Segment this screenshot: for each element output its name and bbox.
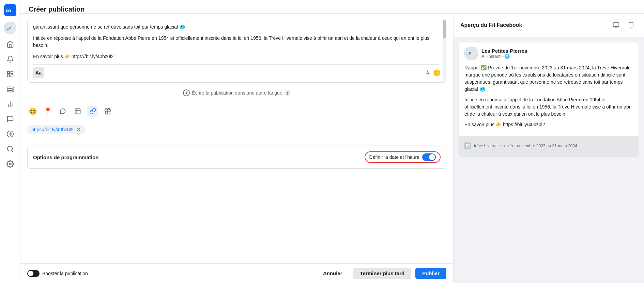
svg-rect-6	[7, 75, 9, 77]
post-text-container: garantissant que personne ne se retrouve…	[27, 19, 446, 83]
preview-card-header: LP Les Petites Pierres À l'instant · 🌐	[459, 43, 639, 64]
link-toolbar-btn[interactable]	[87, 106, 98, 117]
preview-page-name: Les Petites Pierres	[481, 48, 527, 54]
divider-1	[27, 140, 446, 140]
language-option-label: Écrire la publication dans une autre lan…	[192, 90, 282, 96]
meta-logo: ∞	[4, 4, 16, 16]
mobile-view-button[interactable]	[625, 19, 637, 31]
svg-rect-7	[11, 75, 13, 77]
editor-format-actions: # 🙂	[426, 68, 441, 78]
post-line-1: garantissant que personne ne se retrouve…	[33, 23, 436, 31]
schedule-toggle-group[interactable]: Définir la date et l'heure	[365, 151, 441, 163]
bottom-bar: Booster la publication Annuler Terminer …	[20, 263, 453, 283]
svg-text:LP: LP	[466, 52, 471, 56]
preview-text-1: Rappel ✅ Prévue du 1er novembre 2023 au …	[464, 64, 633, 93]
preview-card-body: Rappel ✅ Prévue du 1er novembre 2023 au …	[459, 64, 639, 136]
sidebar-item-chart[interactable]	[4, 98, 16, 110]
svg-point-17	[9, 163, 11, 165]
svg-rect-10	[7, 91, 13, 92]
sidebar: ∞ LP	[0, 0, 20, 283]
sidebar-item-search[interactable]	[4, 143, 16, 155]
content-wrapper: garantissant que personne ne se retrouve…	[20, 14, 644, 283]
page-header: Créer publication	[20, 0, 644, 14]
preview-card: LP Les Petites Pierres À l'instant · 🌐 R…	[459, 43, 639, 156]
format-text-button[interactable]: Aa	[33, 67, 44, 78]
schedule-toggle-knob	[429, 154, 435, 160]
hashtag-icon[interactable]: #	[426, 68, 430, 78]
boost-label: Booster la publication	[42, 271, 88, 276]
sidebar-item-grid[interactable]	[4, 68, 16, 80]
preview-header: Aperçu du Fil Facebook	[454, 14, 644, 37]
options-title: Options de programmation	[33, 154, 99, 160]
page-avatar[interactable]: LP	[4, 22, 16, 34]
url-chip-container: https://bit.ly/40bz0l2 ✕	[27, 123, 446, 134]
sidebar-item-messages[interactable]	[4, 113, 16, 125]
desktop-view-button[interactable]	[610, 19, 622, 31]
svg-rect-4	[7, 71, 9, 73]
language-option[interactable]: + Écrire la publication dans une autre l…	[27, 87, 446, 99]
gift-toolbar-btn[interactable]	[102, 106, 113, 117]
right-panel: Aperçu du Fil Facebook	[453, 14, 644, 283]
editor-section: garantissant que personne ne se retrouve…	[20, 14, 453, 283]
ai-toolbar-btn[interactable]	[72, 106, 83, 117]
preview-image-icon: 🖼	[464, 143, 471, 149]
preview-content: LP Les Petites Pierres À l'instant · 🌐 R…	[454, 37, 644, 283]
messenger-toolbar-btn[interactable]	[57, 106, 68, 117]
emoji-picker-icon[interactable]: 🙂	[433, 68, 441, 78]
svg-rect-5	[11, 71, 13, 73]
svg-line-16	[12, 150, 13, 152]
preview-page-meta: À l'instant · 🌐	[481, 54, 527, 59]
url-chip-text: https://bit.ly/40bz0l2	[31, 127, 74, 132]
svg-rect-20	[613, 23, 619, 27]
sidebar-item-home[interactable]	[4, 38, 16, 50]
action-toolbar: 😊 📍	[27, 103, 446, 119]
sidebar-item-money[interactable]	[4, 128, 16, 140]
emoji-toolbar-btn[interactable]: 😊	[27, 106, 38, 117]
boost-toggle-knob	[28, 271, 33, 276]
url-chip-close[interactable]: ✕	[76, 127, 81, 132]
scrollbar-thumb[interactable]	[443, 20, 446, 38]
editor-bottom-toolbar: Aa # 🙂	[33, 64, 441, 78]
page-title: Créer publication	[29, 5, 636, 13]
preview-text-3: En savoir plus 👉 https://bit.ly/40bz0l2	[464, 121, 633, 128]
svg-rect-8	[7, 87, 13, 88]
sidebar-item-settings[interactable]	[4, 158, 16, 170]
location-toolbar-btn[interactable]: 📍	[42, 106, 53, 117]
post-line-3: En savoir plus 👉 https://bit.ly/40bz0l2	[33, 53, 436, 60]
preview-text-2: Initiée en réponse à l'appel de la Fonda…	[464, 96, 633, 118]
svg-text:LP: LP	[6, 27, 11, 30]
svg-rect-9	[7, 89, 13, 90]
svg-text:∞: ∞	[6, 6, 11, 15]
preview-page-info: Les Petites Pierres À l'instant · 🌐	[481, 48, 527, 59]
cancel-button[interactable]: Annuler	[316, 268, 349, 279]
boost-toggle: Booster la publication	[27, 270, 88, 277]
add-language-icon: +	[183, 89, 190, 96]
schedule-toggle-switch[interactable]	[422, 153, 436, 161]
language-info-icon: i	[285, 90, 291, 96]
editor-scroll: garantissant que personne ne se retrouve…	[20, 14, 453, 263]
sidebar-item-layers[interactable]	[4, 83, 16, 95]
preview-meta-text: À l'instant · 🌐	[481, 54, 510, 59]
boost-toggle-switch[interactable]	[27, 270, 40, 277]
device-buttons	[610, 19, 637, 31]
preview-title: Aperçu du Fil Facebook	[460, 22, 522, 28]
options-section: Options de programmation Définir la date…	[27, 146, 446, 169]
url-chip: https://bit.ly/40bz0l2 ✕	[27, 125, 85, 134]
svg-rect-23	[629, 22, 633, 28]
schedule-toggle-label: Définir la date et l'heure	[369, 154, 419, 160]
scrollbar-track[interactable]	[443, 19, 446, 82]
options-header: Options de programmation Définir la date…	[33, 151, 441, 163]
preview-page-avatar: LP	[464, 47, 478, 60]
post-text-content: garantissant que personne ne se retrouve…	[33, 23, 441, 60]
finish-later-button[interactable]: Terminer plus tard	[353, 268, 412, 279]
publish-button[interactable]: Publier	[415, 268, 446, 279]
sidebar-item-notifications[interactable]	[4, 53, 16, 65]
preview-image-placeholder: 🖼 trêve hivernale : du 1er novembre 2023…	[459, 136, 639, 156]
post-line-2: Initiée en réponse à l'appel de la Fonda…	[33, 35, 436, 49]
app-wrapper: Créer publication garantissant que perso…	[20, 0, 644, 283]
preview-image-caption: trêve hivernale : du 1er novembre 2023 a…	[474, 144, 577, 148]
